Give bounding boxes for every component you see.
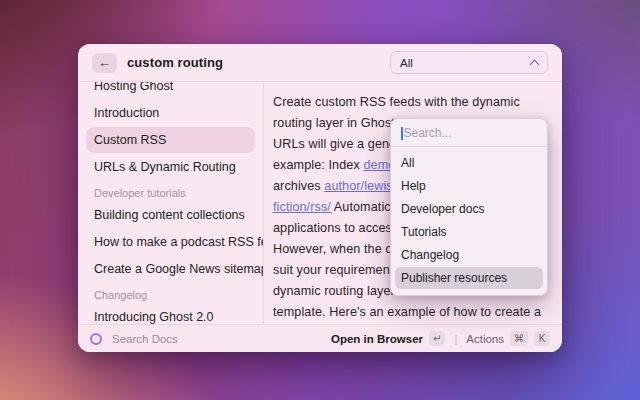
sidebar-section-changelog: Changelog xyxy=(86,282,255,303)
filter-option-help[interactable]: Help xyxy=(395,175,543,197)
sidebar-item-podcast-rss-feed[interactable]: How to make a podcast RSS feed xyxy=(86,229,255,255)
docs-sidebar: Hosting Ghost Introduction Custom RSS UR… xyxy=(78,82,264,324)
page-title: custom routing xyxy=(127,55,223,70)
sidebar-item-google-news-sitemap[interactable]: Create a Google News sitemap xyxy=(86,256,255,282)
filter-option-publisher-resources[interactable]: Publisher resources xyxy=(395,267,543,289)
filter-selected-value: All xyxy=(400,57,413,69)
search-docs-modal: ← custom routing All Hosting Ghost Intro… xyxy=(78,44,562,352)
sidebar-item-hosting-ghost[interactable]: Hosting Ghost xyxy=(86,82,255,99)
cmd-key-badge: ⌘ xyxy=(510,331,528,346)
sidebar-item-introduction[interactable]: Introduction xyxy=(86,100,255,126)
sidebar-item-custom-rss[interactable]: Custom RSS xyxy=(86,127,255,153)
actions-button[interactable]: Actions xyxy=(466,333,504,345)
filter-dropdown-panel: Search... All Help Developer docs Tutori… xyxy=(390,118,548,296)
k-key-badge: K xyxy=(534,331,550,346)
footer-divider: | xyxy=(451,333,460,345)
footer-actions: Open in Browser ↵ | Actions ⌘ K xyxy=(331,331,550,346)
open-in-browser-button[interactable]: Open in Browser xyxy=(331,333,423,345)
sidebar-section-developer-tutorials: Developer tutorials xyxy=(86,180,255,201)
return-key-badge: ↵ xyxy=(429,331,445,346)
filter-options-list: All Help Developer docs Tutorials Change… xyxy=(391,147,547,295)
back-arrow-icon: ← xyxy=(98,55,111,70)
filter-option-all[interactable]: All xyxy=(395,152,543,174)
search-docs-logo-icon xyxy=(90,333,102,345)
sidebar-item-building-content-collections[interactable]: Building content collections xyxy=(86,202,255,228)
sidebar-item-introducing-ghost-2[interactable]: Introducing Ghost 2.0 xyxy=(86,304,255,324)
filter-search-input[interactable]: Search... xyxy=(391,119,547,147)
text-cursor xyxy=(401,127,403,140)
modal-header: ← custom routing All xyxy=(78,44,562,82)
link-fiction-rss[interactable]: fiction/rss/ xyxy=(273,200,331,214)
chevron-up-icon xyxy=(531,59,538,66)
modal-body: Hosting Ghost Introduction Custom RSS UR… xyxy=(78,82,562,324)
sidebar-item-urls-dynamic-routing[interactable]: URLs & Dynamic Routing xyxy=(86,154,255,180)
filter-option-tutorials[interactable]: Tutorials xyxy=(395,221,543,243)
search-docs-label: Search Docs xyxy=(112,333,178,345)
back-button[interactable]: ← xyxy=(92,53,117,73)
search-placeholder: Search... xyxy=(404,126,452,140)
desktop-background: ← custom routing All Hosting Ghost Intro… xyxy=(0,0,640,400)
filter-option-developer-docs[interactable]: Developer docs xyxy=(395,198,543,220)
filter-option-changelog[interactable]: Changelog xyxy=(395,244,543,266)
filter-dropdown-button[interactable]: All xyxy=(390,51,548,74)
modal-footer: Search Docs Open in Browser ↵ | Actions … xyxy=(78,324,562,352)
